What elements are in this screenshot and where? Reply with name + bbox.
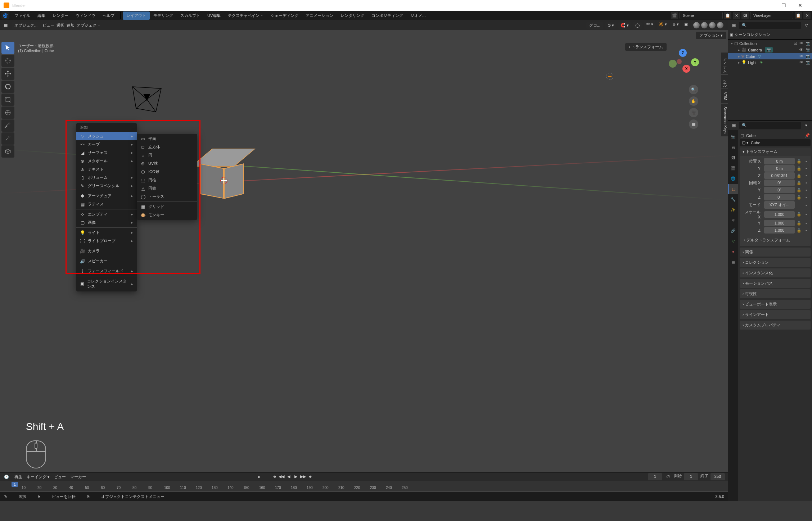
shading-render-icon[interactable] — [717, 22, 723, 28]
current-frame[interactable]: 1 — [648, 473, 662, 480]
orient-dropdown[interactable]: グロ... — [586, 22, 603, 29]
mesh-uvsphere[interactable]: ⊕UV球 — [137, 159, 197, 168]
axis-y[interactable]: Y — [691, 58, 699, 66]
transform-header[interactable]: ▾ トランスフォーム — [740, 148, 811, 156]
tab-tool[interactable]: ツール — [721, 75, 728, 89]
visibility-toggle[interactable]: 👁 ▾ — [644, 21, 655, 30]
minimize-button[interactable]: — — [759, 0, 775, 11]
overlay-toggle[interactable]: ⊕ ▾ — [670, 21, 681, 30]
addmenu-mesh[interactable]: ▽メッシュ▸ — [76, 132, 137, 140]
outliner-row-cube[interactable]: ▸▽Cube ▽ 👁📷 — [728, 53, 812, 59]
gizmo-toggle[interactable]: 🔆 ▾ — [657, 21, 669, 30]
vp-select[interactable]: 選択 — [57, 23, 64, 28]
ptab-viewlayer[interactable]: 🖼 — [728, 153, 738, 163]
menu-window[interactable]: ウィンドウ — [72, 12, 99, 20]
editor-type-icon[interactable]: ▦ — [2, 22, 9, 29]
rot-z[interactable]: 0° — [764, 194, 795, 200]
tool-select[interactable] — [1, 42, 14, 54]
scene-collection[interactable]: シーンコレクション — [735, 32, 770, 37]
next-key-icon[interactable]: ▶▶ — [300, 473, 306, 480]
addmenu-curve[interactable]: 〰カーブ▸ — [76, 140, 137, 149]
panel-visibility[interactable]: › 可視性 — [740, 289, 811, 298]
addmenu-collection[interactable]: ▣コレクションインスタンス▸ — [76, 277, 137, 291]
ptab-particles[interactable]: ✨ — [728, 205, 738, 215]
object-name-input[interactable]: Cube — [751, 141, 760, 145]
ws-comp[interactable]: コンポジティング — [368, 12, 407, 20]
viewlayer-name[interactable]: ViewLayer — [750, 12, 793, 19]
snap-toggle[interactable]: 🧲 ▾ — [618, 22, 631, 29]
panel-collections[interactable]: › コレクション — [740, 258, 811, 267]
tool-transform[interactable] — [1, 107, 14, 119]
panel-instancing[interactable]: › インスタンス化 — [740, 268, 811, 277]
jump-end-icon[interactable]: ⏭ — [307, 473, 313, 480]
nav-camera-icon[interactable]: 🎥 — [689, 108, 698, 117]
options-dropdown[interactable]: オプション ▾ — [696, 32, 726, 39]
addmenu-light[interactable]: 💡ライト▸ — [76, 228, 137, 237]
shading-wire-icon[interactable] — [693, 22, 700, 28]
ws-modeling[interactable]: モデリング — [150, 12, 177, 20]
ws-shading[interactable]: シェーディング — [267, 12, 302, 20]
pos-z[interactable]: 0.081391 — [764, 172, 795, 179]
panel-lineart[interactable]: › ラインアート — [740, 310, 811, 319]
tab-item[interactable]: アイテム — [721, 53, 728, 74]
transform-panel-header[interactable]: › トランスフォーム — [625, 43, 667, 51]
tab-vrm[interactable]: VRM — [721, 89, 728, 103]
addmenu-surface[interactable]: ◢サーフェス▸ — [76, 149, 137, 157]
menu-edit[interactable]: 編集 — [34, 12, 49, 20]
mesh-cone[interactable]: △円錐 — [137, 184, 197, 192]
outliner-search[interactable]: 🔍 — [739, 22, 801, 29]
menu-render[interactable]: レンダー — [49, 12, 72, 20]
axis-neg-x[interactable] — [677, 59, 682, 64]
tl-play[interactable]: 再生 — [14, 474, 22, 480]
addmenu-text[interactable]: aテキスト — [76, 165, 137, 173]
scene-del-icon[interactable]: ✕ — [733, 12, 740, 19]
outliner-row-light[interactable]: ▸💡Light ☀ 👁📷 — [728, 59, 812, 65]
playhead[interactable]: 1 — [12, 482, 18, 487]
ws-anim[interactable]: アニメーション — [302, 12, 337, 20]
ws-uv[interactable]: UV編集 — [204, 12, 224, 20]
menu-file[interactable]: ファイル — [11, 12, 34, 20]
mesh-icosphere[interactable]: ⬡ICO球 — [137, 168, 197, 176]
end-frame[interactable]: 250 — [710, 473, 725, 480]
scale-x[interactable]: 1.000 — [764, 211, 795, 218]
addmenu-lightprobe[interactable]: ⋮⋮ライトプローブ▸ — [76, 237, 137, 245]
addmenu-volume[interactable]: ▯ボリューム▸ — [76, 173, 137, 182]
scene-name[interactable]: Scene — [680, 12, 723, 19]
tl-keying[interactable]: キーイング ▾ — [27, 474, 50, 480]
tl-marker[interactable]: マーカー — [70, 474, 86, 480]
start-frame[interactable]: 1 — [684, 473, 698, 480]
addmenu-gpencil[interactable]: ✎グリースペンシル▸ — [76, 182, 137, 190]
mesh-monkey[interactable]: 🐵モンキー — [137, 211, 197, 219]
scale-y[interactable]: 1.000 — [764, 220, 795, 226]
nav-gizmo[interactable]: Z Y X — [667, 49, 699, 81]
pos-y[interactable]: 0 m — [764, 165, 795, 172]
menu-help[interactable]: ヘルプ — [99, 12, 118, 20]
ptab-world[interactable]: 🌐 — [728, 173, 738, 184]
axis-z[interactable]: Z — [679, 49, 687, 57]
outliner-row-collection[interactable]: ▾▢Collection ☑👁📷 — [728, 40, 812, 46]
rot-x[interactable]: 0° — [764, 180, 795, 186]
panel-custom[interactable]: › カスタムプロパティ — [740, 321, 811, 330]
outliner-row-camera[interactable]: ▸🎥Camera 📷 👁📷 — [728, 46, 812, 53]
addmenu-image[interactable]: ▢画像▸ — [76, 218, 137, 227]
play-icon[interactable]: ▶ — [293, 473, 299, 480]
layer-new-icon[interactable]: 📋 — [795, 12, 802, 19]
scene-new-icon[interactable]: 📋 — [724, 12, 731, 19]
close-button[interactable]: ✕ — [792, 0, 808, 11]
ptab-object[interactable]: ▢ — [728, 184, 738, 194]
tool-annotate[interactable] — [1, 119, 14, 132]
mesh-cube[interactable]: □立方体 — [137, 143, 197, 151]
addmenu-lattice[interactable]: ▦ラティス — [76, 200, 137, 208]
ptab-output[interactable]: 🖨 — [728, 142, 738, 152]
props-editor-icon[interactable]: ▤ — [730, 122, 737, 129]
ptab-render[interactable]: 📷 — [728, 132, 738, 142]
ptab-constraints[interactable]: 🔗 — [728, 226, 738, 236]
play-rev-icon[interactable]: ◀ — [285, 473, 292, 480]
tool-rotate[interactable] — [1, 81, 14, 93]
outliner-filter-icon[interactable]: ▽ — [803, 22, 810, 29]
autokey-toggle[interactable]: ● — [255, 473, 262, 480]
light-gizmo-icon[interactable] — [606, 73, 613, 80]
scene-browse-icon[interactable]: 🎬 — [671, 12, 678, 19]
prev-key-icon[interactable]: ◀◀ — [278, 473, 285, 480]
addmenu-empty[interactable]: ⊹エンプティ▸ — [76, 210, 137, 218]
